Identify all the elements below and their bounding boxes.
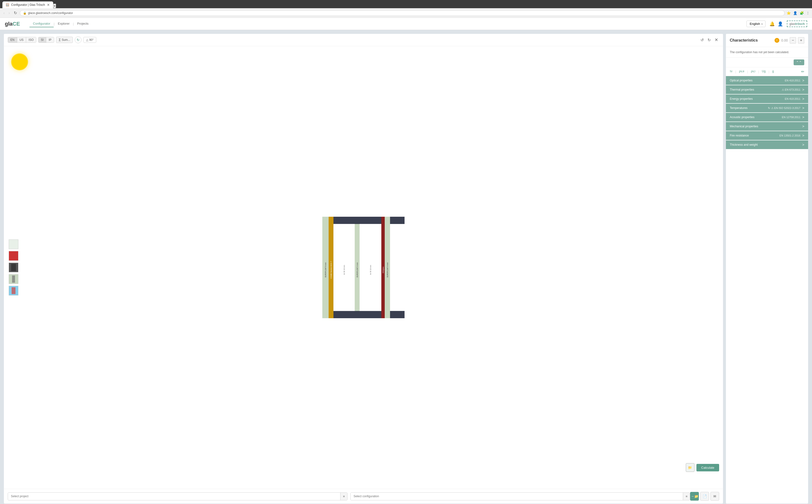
standard-en-button[interactable]: EN	[8, 37, 17, 43]
tab-favicon: 🪟	[6, 3, 9, 7]
svg-text:Ar 90  16 mm: Ar 90 16 mm	[343, 265, 345, 275]
user-icon[interactable]: 👤	[778, 21, 783, 27]
char-minus-button[interactable]: −	[790, 37, 796, 43]
thumbnail-5[interactable]	[9, 286, 18, 295]
tab-title: Configurator | Glas Trösch	[11, 3, 45, 7]
standard-iso-button[interactable]: ISO	[26, 37, 36, 43]
temperatures-label: Temperatures	[730, 106, 768, 110]
char-plus-button[interactable]: +	[798, 37, 804, 43]
new-tab-button[interactable]: +	[53, 4, 56, 8]
char-title: Characteristics	[730, 38, 773, 43]
thermal-label: Thermal properties	[730, 88, 782, 91]
reload-button[interactable]: ↻	[13, 10, 18, 16]
collapse-button[interactable]: ⌃⌃	[794, 59, 804, 65]
browser-toolbar: ‹ › ↻ 🔒 glace.glastroesch.com/configurat…	[0, 8, 812, 18]
temperatures-standard: ↻ ⚠ EN ISO 52022-3:2017	[768, 107, 800, 110]
app-container: glaCE Configurator | Explorer | Projects…	[0, 18, 812, 504]
folder-icon: 📁	[688, 466, 692, 469]
thermal-chevron: >	[802, 88, 804, 92]
thumbnail-4[interactable]	[9, 274, 18, 284]
standard-us-button[interactable]: US	[17, 37, 26, 43]
glass-diagram: EUROFLOAT 6 mm COMBI Neutral 40/21 T Ar …	[4, 46, 723, 489]
extensions-icon[interactable]: 🧩	[800, 11, 804, 15]
property-temperatures[interactable]: Temperatures ↻ ⚠ EN ISO 52022-3:2017 >	[726, 104, 808, 112]
project-menu-icon[interactable]: ≡	[340, 493, 347, 500]
tab-pvi[interactable]: ρv,i	[751, 70, 755, 74]
tab-g[interactable]: g	[772, 70, 774, 74]
bookmark-icon[interactable]: ⭐	[787, 11, 791, 15]
email-button[interactable]: ✉	[711, 492, 719, 501]
refresh-button[interactable]: ↻	[75, 36, 81, 43]
project-select[interactable]	[8, 493, 340, 500]
tab-pve[interactable]: ρv,e	[739, 70, 744, 74]
fire-standard: EN 13501-2 2016	[780, 134, 800, 137]
edit-icon[interactable]: ✏	[801, 69, 804, 74]
thumbnail-1[interactable]	[9, 239, 18, 249]
standard-group: EN US ISO	[8, 37, 36, 43]
energy-label: Energy properties	[730, 97, 785, 101]
menu-icon[interactable]: ⋮	[806, 11, 810, 15]
nav-explorer[interactable]: Explorer	[54, 20, 73, 27]
save-folder-button[interactable]: 📁	[686, 463, 695, 472]
property-fire[interactable]: Fire resistance EN 13501-2 2016 >	[726, 131, 808, 140]
language-label: English	[750, 22, 760, 26]
address-bar[interactable]: 🔒 glace.glastroesch.com/configurator	[20, 10, 785, 16]
nav-projects[interactable]: Projects	[74, 20, 92, 27]
unit-si-button[interactable]: SI	[38, 37, 46, 43]
calculate-area: 📁 Calculate	[686, 463, 719, 472]
energy-chevron: >	[802, 97, 804, 101]
download-button[interactable]: 📄	[700, 492, 709, 501]
config-menu-icon[interactable]: ≡	[683, 493, 690, 500]
unit-ip-button[interactable]: IP	[46, 37, 54, 43]
temperatures-chevron: >	[802, 106, 804, 110]
property-optical[interactable]: Optical properties EN 410:2011 >	[726, 76, 808, 85]
unit-group: SI IP	[38, 37, 54, 43]
tab-ug[interactable]: Ug	[762, 70, 766, 74]
thumbnail-3[interactable]	[9, 263, 18, 272]
property-thickness[interactable]: Thickness and weight >	[726, 140, 808, 149]
redo-button[interactable]: ↻	[707, 37, 712, 43]
svg-text:EN2plus: EN2plus	[382, 266, 384, 273]
close-button[interactable]: ✕	[714, 36, 719, 43]
nav-configurator[interactable]: Configurator	[29, 20, 54, 27]
configurator-panel: EN US ISO SI IP Σ Sum... ↻ △ 90°	[4, 34, 723, 504]
email-icon: ✉	[713, 494, 716, 498]
acoustic-standard: EN 12758:2011	[782, 116, 800, 119]
config-toolbar: EN US ISO SI IP Σ Sum... ↻ △ 90°	[4, 34, 723, 46]
property-mechanical[interactable]: Mechanical properties >	[726, 122, 808, 131]
notification-icon[interactable]: 🔔	[769, 21, 775, 27]
sun-icon	[11, 53, 28, 70]
lock-icon: 🔒	[23, 11, 27, 15]
svg-text:EUROFLOAT 4 mm: EUROFLOAT 4 mm	[356, 262, 358, 277]
tab-close-icon[interactable]: ✕	[47, 3, 50, 7]
angle-button[interactable]: △ 90°	[83, 37, 96, 43]
undo-button[interactable]: ↺	[700, 37, 705, 43]
forward-button[interactable]: ›	[7, 10, 11, 16]
send-to-project-button[interactable]: →📁	[690, 492, 699, 501]
property-energy[interactable]: Energy properties EN 410:2011 >	[726, 94, 808, 103]
svg-text:EUROFLOAT 6 mm: EUROFLOAT 6 mm	[325, 262, 327, 277]
company-name-glas: glas	[789, 22, 795, 26]
glass-visualization: EUROFLOAT 6 mm COMBI Neutral 40/21 T Ar …	[313, 212, 414, 323]
calculate-button[interactable]: Calculate	[697, 464, 719, 471]
optical-label: Optical properties	[730, 79, 785, 82]
angle-label: 90°	[89, 38, 94, 42]
mechanical-chevron: >	[802, 124, 804, 128]
svg-text:COMBI Neutral 40/21 T: COMBI Neutral 40/21 T	[330, 261, 332, 279]
sum-button[interactable]: Σ Sum...	[56, 37, 73, 43]
property-acoustic[interactable]: Acoustic properties EN 12758:2011 >	[726, 113, 808, 122]
bottom-action-buttons: →📁 📄 ✉	[690, 492, 719, 501]
char-warning-icon: !	[775, 38, 779, 43]
project-input-wrap: ≡	[8, 492, 348, 500]
browser-tab[interactable]: 🪟 Configurator | Glas Trösch ✕	[2, 1, 53, 8]
property-thermal[interactable]: Thermal properties ⚠ EN 673:2011 >	[726, 85, 808, 94]
profile-icon[interactable]: 👤	[793, 11, 797, 15]
tab-tv[interactable]: τv	[730, 70, 733, 74]
char-header: Characteristics ! 0.00 − +	[726, 34, 808, 47]
back-button[interactable]: ‹	[2, 10, 6, 16]
char-value: 0.00	[781, 38, 788, 42]
thumbnail-2[interactable]	[9, 251, 18, 261]
language-selector[interactable]: English ›	[747, 21, 766, 27]
thickness-label: Thickness and weight	[730, 143, 800, 146]
config-select[interactable]	[351, 493, 683, 500]
